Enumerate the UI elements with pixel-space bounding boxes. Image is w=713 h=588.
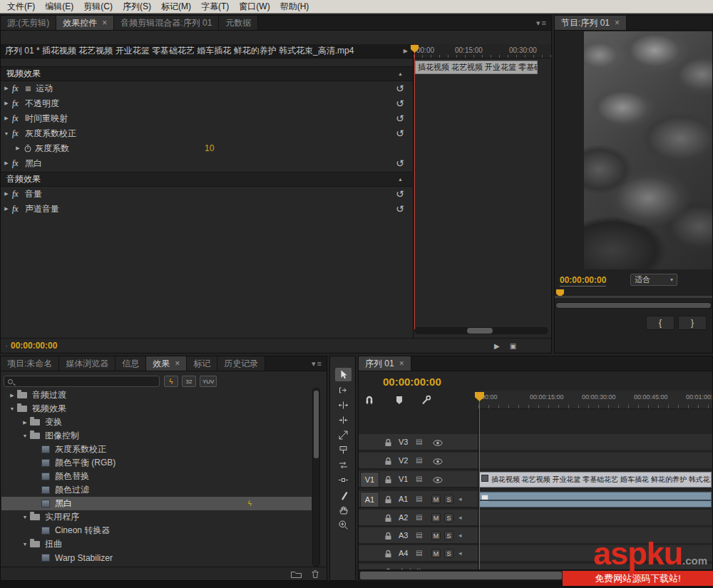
effect-timeline-scrollbar[interactable] <box>414 327 548 334</box>
solo-button[interactable]: S <box>444 531 453 540</box>
tab-sequence-01[interactable]: 序列 01 × <box>359 356 411 371</box>
show-timeline-view-icon[interactable]: ▶ <box>399 48 413 54</box>
reset-icon[interactable]: ↺ <box>396 189 404 199</box>
fx-toggle-icon[interactable]: fx <box>12 204 25 215</box>
track-v2-lane[interactable] <box>478 453 712 470</box>
prev-keyframe-icon[interactable]: ◂ <box>458 532 462 539</box>
expand-icon[interactable]: ▶ <box>1 206 12 212</box>
effect-row-opacity[interactable]: ▶ fx 不透明度 ↺ <box>1 96 413 110</box>
mute-button[interactable]: M <box>431 495 441 504</box>
scrollbar-thumb[interactable] <box>314 391 319 458</box>
tree-item-color-pass[interactable]: 颜色过滤 <box>1 483 312 497</box>
reset-icon[interactable]: ↺ <box>396 113 404 123</box>
lock-icon[interactable] <box>384 438 392 447</box>
sequence-marker-icon[interactable] <box>393 394 406 406</box>
effect-row-gamma-correction[interactable]: ▼ fx 灰度系数校正 ↺ <box>1 126 413 140</box>
effects-scrollbar[interactable] <box>312 388 320 567</box>
play-only-icon[interactable]: ▶ <box>494 342 500 350</box>
selection-tool[interactable] <box>335 368 352 381</box>
razor-tool[interactable] <box>335 443 352 457</box>
tree-item-transform[interactable]: ▶ 变换 <box>1 416 312 429</box>
rolling-edit-tool[interactable] <box>335 413 352 427</box>
snap-magnet-icon[interactable] <box>363 394 376 406</box>
timeline-timecode[interactable]: 00:00:00:00 <box>383 376 441 388</box>
menu-help[interactable]: 帮助(H) <box>275 0 314 14</box>
fx-toggle-icon[interactable]: fx <box>12 189 25 200</box>
mute-button[interactable]: M <box>431 549 441 558</box>
expand-icon[interactable]: ▶ <box>12 145 24 151</box>
ripple-edit-tool[interactable] <box>335 398 352 412</box>
menu-marker[interactable]: 标记(M) <box>156 0 196 14</box>
tab-metadata[interactable]: 元数据 <box>219 16 258 30</box>
effect-row-time-remapping[interactable]: ▶ fx 时间重映射 ↺ <box>1 111 413 125</box>
tab-project[interactable]: 项目:未命名 <box>1 356 59 371</box>
tab-audio-clip-mixer[interactable]: 音频剪辑混合器:序列 01 <box>114 16 219 30</box>
hand-tool[interactable] <box>335 503 352 517</box>
video-clip[interactable]: 插花视频 花艺视频 开业花篮 零基础花艺 婚车插花 鲜花的养护 韩式花束_高清.… <box>479 472 712 488</box>
fx-toggle-icon[interactable]: fx <box>12 128 25 139</box>
lock-icon[interactable] <box>384 475 392 484</box>
video-effects-section[interactable]: 视频效果 ▲ <box>1 66 413 81</box>
fx-toggle-icon[interactable]: fx <box>12 83 25 94</box>
expand-icon[interactable]: ▶ <box>1 160 12 166</box>
slip-tool[interactable] <box>335 458 352 472</box>
toggle-animation-stopwatch-icon[interactable] <box>24 144 35 153</box>
reset-icon[interactable]: ↺ <box>396 204 404 214</box>
mute-button[interactable]: M <box>431 531 441 540</box>
source-patch-a1[interactable]: A1 <box>360 492 379 507</box>
expand-icon[interactable]: ▶ <box>1 191 12 197</box>
zoom-level-select[interactable]: 适合 ▾ <box>630 274 677 286</box>
toggle-track-output-eye-icon[interactable] <box>433 458 443 465</box>
menu-sequence[interactable]: 序列(S) <box>118 0 156 14</box>
tree-item-audio-transitions[interactable]: ▶ 音频过渡 <box>1 388 312 402</box>
tab-media-browser[interactable]: 媒体浏览器 <box>59 356 116 371</box>
set-display-style-icon[interactable]: ▤ <box>416 549 422 557</box>
scrollbar-thumb[interactable] <box>467 328 493 334</box>
panel-menu-icon[interactable]: ▾ ≡ <box>531 16 551 30</box>
tree-item-cineon-converter[interactable]: Cineon 转换器 <box>1 524 312 537</box>
track-a2-lane[interactable] <box>478 510 712 527</box>
reset-icon[interactable]: ↺ <box>396 98 404 108</box>
lock-icon[interactable] <box>384 457 392 465</box>
panel-divider[interactable] <box>413 44 414 338</box>
tree-item-color-replace[interactable]: 颜色替换 <box>1 470 312 483</box>
reset-icon[interactable]: ↺ <box>396 158 404 168</box>
track-header-a2[interactable]: A2 ▤ M S ◂ <box>359 510 478 527</box>
tab-info[interactable]: 信息 <box>116 356 146 371</box>
program-scrollbar[interactable] <box>555 302 712 309</box>
close-tab-icon[interactable]: × <box>615 18 620 28</box>
close-tab-icon[interactable]: × <box>102 18 107 28</box>
yuv-effects-icon[interactable]: YUV <box>200 376 217 387</box>
menu-edit[interactable]: 编辑(E) <box>40 0 78 14</box>
track-header-a4[interactable]: A4 ▤ M S ◂ <box>359 545 478 562</box>
set-display-style-icon[interactable]: ▤ <box>416 456 422 464</box>
tab-effect-controls[interactable]: 效果控件 × <box>56 16 114 30</box>
expand-icon[interactable]: ▶ <box>7 393 17 398</box>
set-display-style-icon[interactable]: ▤ <box>416 438 422 445</box>
export-frame-icon[interactable]: ▣ <box>510 342 516 350</box>
track-header-v3[interactable]: V3 ▤ <box>359 434 478 451</box>
solo-button[interactable]: S <box>444 495 453 504</box>
solo-button[interactable]: S <box>444 513 453 522</box>
effect-row-motion[interactable]: ▶ fx ▦ 运动 ↺ <box>1 81 413 96</box>
pen-tool[interactable] <box>335 488 352 502</box>
effect-timeline-ruler[interactable]: 00:00 00:15:00 00:30:00 <box>414 44 551 58</box>
expand-icon[interactable]: ▶ <box>1 100 12 106</box>
effect-timeline-clip[interactable]: 插花视频 花艺视频 开业花篮 零基础花艺 <box>415 61 538 74</box>
collapse-icon[interactable]: ▼ <box>7 406 17 411</box>
new-bin-icon[interactable] <box>290 569 302 579</box>
toggle-track-output-eye-icon[interactable] <box>433 477 443 483</box>
expand-icon[interactable]: ▶ <box>20 420 30 425</box>
param-row-gamma[interactable]: ▶ 灰度系数 10 <box>1 141 413 155</box>
tab-markers[interactable]: 标记 <box>187 356 217 371</box>
reset-icon[interactable]: ↺ <box>396 83 404 93</box>
tree-item-video-effects[interactable]: ▼ 视频效果 <box>1 402 312 416</box>
collapse-section-icon[interactable]: ▲ <box>398 177 403 182</box>
fx-toggle-icon[interactable]: fx <box>12 113 25 124</box>
menu-file[interactable]: 文件(F) <box>2 0 40 14</box>
close-tab-icon[interactable]: × <box>399 359 404 368</box>
scrollbar-thumb[interactable] <box>556 303 711 308</box>
panel-menu-icon[interactable]: ▾ ≡ <box>307 356 327 371</box>
tree-item-image-control[interactable]: ▼ 图像控制 <box>1 429 312 443</box>
audio-effects-section[interactable]: 音频效果 ▲ <box>1 172 413 187</box>
